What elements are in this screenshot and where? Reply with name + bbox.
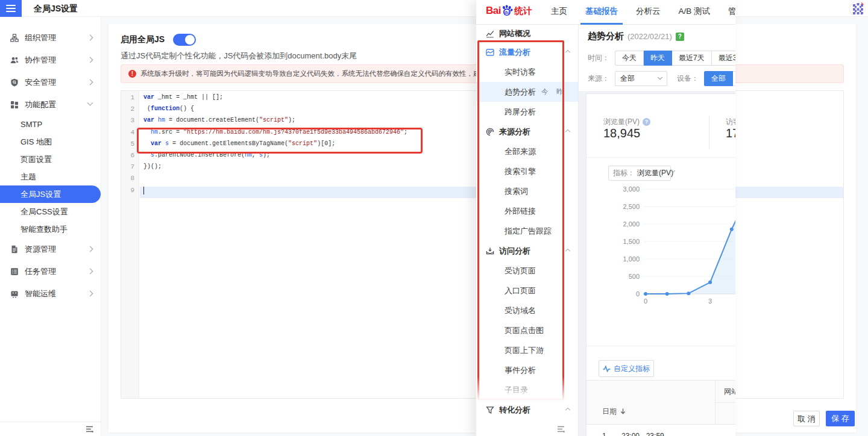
sidebar-report-item[interactable]: 受访域名	[476, 301, 578, 320]
svg-text:3,000: 3,000	[623, 185, 640, 193]
sidebar-report-item[interactable]: 跨屏分析	[476, 102, 578, 122]
chevron-down-icon	[658, 74, 662, 79]
time-option[interactable]: 昨天	[644, 51, 672, 66]
chevron-right-icon	[87, 35, 93, 41]
date-column-header: 日期	[602, 406, 617, 417]
sidebar-report-item[interactable]: 搜索引擎	[476, 161, 578, 181]
logo-text-bai: Bai	[486, 5, 501, 17]
report-date: (2022/02/21)	[627, 32, 672, 41]
cancel-button[interactable]: 取 消	[793, 411, 820, 426]
time-option[interactable]: 最近7天	[672, 51, 712, 66]
submenu-item[interactable]: GIS 地图	[0, 133, 101, 151]
svg-text:du: du	[505, 10, 509, 14]
submenu-item[interactable]: SMTP	[0, 116, 101, 133]
sidebar-report-item[interactable]: 页面上下游	[476, 340, 578, 360]
chevron-up-icon	[565, 129, 570, 134]
nav-item[interactable]: 基础报告	[584, 0, 619, 25]
sidebar-report-item[interactable]: 指定广告跟踪	[476, 221, 578, 241]
shield-icon	[10, 78, 19, 87]
sidebar-report-item[interactable]: 全部来源	[476, 142, 578, 161]
section-conversion-analysis[interactable]: 转化分析	[476, 400, 578, 420]
sidebar-item-label: 网站概况	[499, 28, 530, 39]
nav-item[interactable]: 主页	[550, 0, 568, 25]
section-traffic-analysis[interactable]: 流量分析	[476, 42, 578, 62]
trend-card: 浏览量(PV) ? 18,945 访客数 17,4 指标： 浏览量(PV) 05…	[586, 93, 735, 436]
help-icon[interactable]: ?	[676, 33, 684, 41]
table-row[interactable]: 1 23:00 - 23:59	[587, 425, 735, 436]
submenu-item[interactable]: 智能查数助手	[0, 220, 101, 238]
metric-value: 浏览量(PV)	[637, 168, 673, 178]
sidebar-report-item[interactable]: 页面点击图	[476, 320, 578, 340]
sidebar-item-label: 安全管理	[25, 77, 88, 88]
svg-text:500: 500	[629, 273, 640, 280]
sidebar-item-tasks[interactable]: 任务管理	[0, 260, 101, 282]
collapse-sidebar-icon[interactable]	[86, 426, 93, 432]
time-option[interactable]: 今天	[615, 51, 644, 66]
custom-metric-button[interactable]: 自定义指标	[599, 360, 654, 377]
section-source-analysis[interactable]: 来源分析	[476, 122, 578, 142]
grid-icon	[10, 101, 19, 109]
section-visit-analysis[interactable]: 访问分析	[476, 241, 578, 261]
device-option[interactable]: 计算机	[733, 71, 735, 86]
sidebar-item-site-overview[interactable]: 网站概况	[476, 25, 578, 42]
sidebar-item-security[interactable]: 安全管理	[0, 71, 101, 93]
sidebar-report-item[interactable]: 搜索词	[476, 181, 578, 201]
nav-item[interactable]: 管理	[727, 0, 735, 25]
sidebar-item-label: 资源管理	[25, 244, 88, 255]
row-number: 1	[602, 432, 606, 436]
sidebar-item-resources[interactable]: 资源管理	[0, 238, 101, 260]
sidebar-report-item[interactable]: 事件分析	[476, 360, 578, 380]
submenu-item[interactable]: 主题	[0, 168, 101, 185]
baidu-analytics-panel: Bai du 统计 主页 基	[476, 0, 735, 436]
nav-item[interactable]: A/B 测试	[678, 0, 712, 25]
sidebar-footer	[0, 422, 101, 436]
org-chart-icon	[10, 34, 19, 42]
sort-desc-icon[interactable]	[620, 408, 626, 415]
time-range-segmented: 今天 昨天 最近7天 最近30天	[615, 51, 735, 66]
metric-dropdown[interactable]: 指标： 浏览量(PV)	[608, 166, 671, 181]
document-icon	[10, 245, 19, 254]
time-filter-label: 时间：	[588, 53, 609, 63]
nav-item[interactable]: 分析云	[635, 0, 662, 25]
device-option[interactable]: 全部	[704, 71, 733, 86]
section-title: 流量分析	[499, 47, 530, 58]
features-submenu: SMTP GIS 地图 页面设置 主题 全局JS设置 全局CSS设置 智能查数助…	[0, 116, 101, 238]
editor-gutter: 123456789	[121, 91, 139, 398]
help-icon[interactable]: ?	[643, 118, 650, 126]
enable-global-js-toggle[interactable]	[173, 34, 196, 46]
source-dropdown-value: 全部	[620, 73, 635, 84]
sidebar-report-item[interactable]: 趋势分析今 昨	[476, 82, 578, 102]
source-dropdown[interactable]: 全部	[615, 71, 667, 86]
sidebar-item-label: 组织管理	[25, 33, 88, 43]
submenu-item[interactable]: 全局CSS设置	[0, 203, 101, 220]
sidebar-item-org[interactable]: 组织管理	[0, 26, 101, 49]
time-option[interactable]: 最近30天	[712, 51, 735, 66]
collapse-panel-icon[interactable]	[557, 426, 565, 432]
line-number: 6	[121, 152, 139, 163]
sidebar-item-collab[interactable]: 协作管理	[0, 49, 101, 71]
sidebar-report-item[interactable]: 子目录	[476, 380, 578, 400]
submenu-item[interactable]: 页面设置	[0, 151, 101, 168]
sidebar-report-item[interactable]: 实时访客	[476, 62, 578, 82]
chevron-right-icon	[87, 246, 93, 252]
submenu-item[interactable]: 全局JS设置	[0, 185, 101, 203]
topbar: 全局JS设置	[0, 0, 868, 17]
chevron-right-icon	[87, 57, 93, 63]
sidebar-item-ops[interactable]: 智能运维	[0, 282, 101, 305]
svg-text:1,000: 1,000	[623, 255, 640, 263]
sidebar-report-item[interactable]: 受访页面	[476, 261, 578, 281]
chevron-right-icon	[87, 291, 93, 297]
svg-text:3: 3	[708, 297, 712, 305]
sidebar-report-item[interactable]: 入口页面	[476, 281, 578, 301]
sidebar-report-item[interactable]: 外部链接	[476, 201, 578, 221]
menu-toggle-button[interactable]	[0, 0, 22, 17]
logo-text-tongji: 统计	[514, 5, 532, 17]
avatar[interactable]	[849, 1, 866, 17]
warning-icon: !	[128, 70, 136, 78]
page-title: 全局JS设置	[34, 4, 78, 14]
baidu-sidebar: 网站概况 流量分析 实时访客 趋势分析今 昨 跨屏分析 来源分析 全部来源	[476, 25, 579, 436]
baidu-tongji-logo[interactable]: Bai du 统计	[486, 4, 532, 17]
line-number: 1	[121, 94, 139, 105]
sidebar-item-features[interactable]: 功能配置	[0, 93, 101, 116]
save-button[interactable]: 保 存	[826, 411, 855, 426]
